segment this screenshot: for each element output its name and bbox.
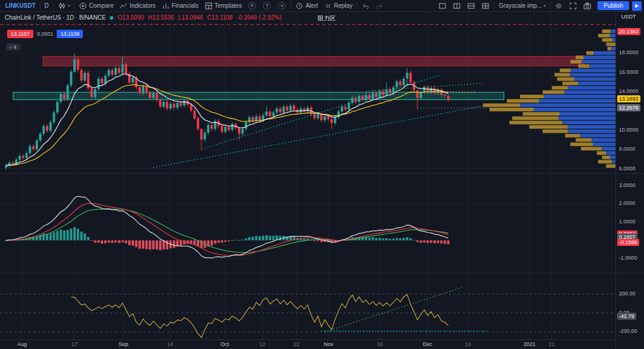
chart-panes: ChainLink / TetherUS · 1D · BINANCE O13.… (0, 12, 615, 349)
candlestick-chart-icon (58, 2, 66, 10)
time-axis-label: Aug (17, 341, 27, 347)
play-icon: ▶ (635, 3, 639, 8)
time-axis-label: Oct (221, 341, 229, 347)
scale-tick-label: -200.00 (619, 328, 637, 334)
chart-workspace: ChainLink / TetherUS · 1D · BINANCE O13.… (0, 12, 644, 349)
scale-tick-label: 2.0000 (619, 200, 636, 206)
toolbar-separator (53, 2, 54, 10)
time-axis-label: Nov (324, 341, 333, 347)
time-axis-label: 22 (293, 341, 299, 347)
time-axis-label: Sep (119, 341, 128, 347)
undo-button[interactable] (358, 0, 373, 12)
toolbar-separator (494, 2, 494, 10)
scale-tick-label: 18.0000 (619, 49, 639, 55)
financials-icon (162, 2, 170, 10)
time-axis-label: 17 (72, 341, 78, 347)
symbol-button[interactable]: LINKUSDT (2, 0, 39, 12)
pane-separator (616, 273, 644, 273)
toolbar-separator (290, 2, 291, 10)
layout-two-horizontal-button[interactable] (464, 0, 478, 12)
oscillator-chart-canvas[interactable] (0, 273, 615, 339)
resistance-zone-label: 阻力区 (318, 14, 336, 23)
quick-technicals-button[interactable]: T (259, 0, 274, 12)
quick-fundamentals-button[interactable]: F (244, 0, 259, 12)
chart-legend[interactable]: ChainLink / TetherUS · 1D · BINANCE O13.… (5, 14, 281, 21)
macd-chart-canvas[interactable] (0, 174, 615, 273)
spread-value: 0.0001 (37, 31, 54, 37)
layout-template-name: Grayscale imp... (499, 2, 541, 9)
chart-type-button[interactable]: ▾ (55, 0, 73, 12)
market-status-icon (110, 16, 113, 20)
ohlc-low: L13.0946 (178, 14, 203, 21)
trade-widget: 13.1107 0.0001 13.1108 (7, 30, 83, 38)
ohlc-close: C13.1108 (207, 14, 233, 21)
toolbar-separator (357, 2, 357, 10)
price-pane: ChainLink / TetherUS · 1D · BINANCE O13.… (0, 12, 615, 173)
quick-f-badge: F (248, 2, 256, 10)
time-axis-label: 21 (549, 341, 555, 347)
buy-button[interactable]: 13.1108 (57, 30, 83, 38)
object-count: 4 (14, 44, 17, 50)
scale-tick-label: 3.0000 (619, 182, 636, 188)
price-chart-canvas[interactable] (0, 12, 615, 173)
undo-icon (361, 2, 370, 10)
interval-button[interactable]: D (42, 0, 52, 12)
financials-button[interactable]: Financials (159, 0, 202, 12)
pane-separator (616, 173, 644, 174)
price-scale-column[interactable]: USDT 18.000016.000014.000010.00008.00006… (615, 12, 644, 349)
alert-label: Alert (305, 2, 318, 9)
chevron-down-icon: ▾ (544, 4, 546, 8)
settings-button[interactable] (552, 0, 566, 12)
alert-button[interactable]: Alert (292, 0, 321, 12)
scale-tick-label: 200.00 (619, 291, 636, 297)
time-axis[interactable]: Aug17Sep14Oct1222Nov16Dec14202121 (0, 339, 615, 349)
toolbar-right-group: Grayscale imp... ▾ (435, 0, 642, 12)
quick-volume-button[interactable]: V (274, 0, 289, 12)
indicators-label: Indicators (129, 2, 155, 9)
toolbar-separator (550, 2, 550, 10)
macd-pane (0, 173, 615, 273)
templates-button[interactable]: Templates (202, 0, 245, 12)
replay-label: Replay (334, 2, 352, 9)
interval-label: D (45, 2, 49, 9)
scale-tick-label: 14.0000 (619, 88, 639, 94)
compare-plus-icon (79, 2, 87, 10)
toolbar-separator (74, 2, 75, 10)
tradingview-app: LINKUSDT D ▾ Compare (0, 0, 644, 349)
time-axis-label: Dec (423, 341, 432, 347)
toolbar-separator (40, 2, 41, 10)
time-axis-label: 14 (167, 341, 173, 347)
publish-label: Publish (603, 2, 623, 9)
price-badge: -42.79 (617, 313, 636, 320)
layout-grid-button[interactable] (478, 0, 493, 12)
fullscreen-icon (569, 2, 577, 10)
sell-button[interactable]: 13.1107 (7, 30, 33, 38)
time-axis-label: 2021 (524, 341, 535, 347)
time-axis-label: 14 (465, 341, 471, 347)
object-tree-counter[interactable]: ▾4 (6, 43, 20, 51)
fullscreen-button[interactable] (566, 0, 580, 12)
indicators-icon (119, 2, 128, 10)
compare-label: Compare (89, 2, 113, 9)
currency-toggle[interactable]: USDT (621, 14, 636, 20)
screenshot-button[interactable] (580, 0, 595, 12)
templates-label: Templates (215, 2, 242, 9)
layout-single-button[interactable] (435, 0, 450, 12)
layout-two-vertical-icon (453, 2, 461, 10)
layout-two-vertical-button[interactable] (450, 0, 464, 12)
layout-two-horizontal-icon (467, 2, 475, 10)
scale-tick-label: 1.0000 (619, 219, 636, 225)
layout-template-dropdown[interactable]: Grayscale imp... ▾ (496, 0, 549, 12)
ohlc-open: O13.5090 (117, 14, 144, 21)
time-axis-label: 12 (259, 341, 265, 347)
publish-button[interactable]: Publish (597, 1, 629, 10)
community-button[interactable]: ▶ (632, 1, 642, 11)
replay-button[interactable]: Replay (321, 0, 355, 12)
price-badge: 12.2678 (617, 104, 640, 111)
compare-button[interactable]: Compare (76, 0, 116, 12)
replay-icon (324, 2, 332, 10)
scale-tick-label: -1.0000 (619, 255, 637, 261)
price-badge: 13.1893 (617, 95, 640, 102)
redo-button[interactable] (373, 0, 387, 12)
indicators-button[interactable]: Indicators (116, 0, 158, 12)
